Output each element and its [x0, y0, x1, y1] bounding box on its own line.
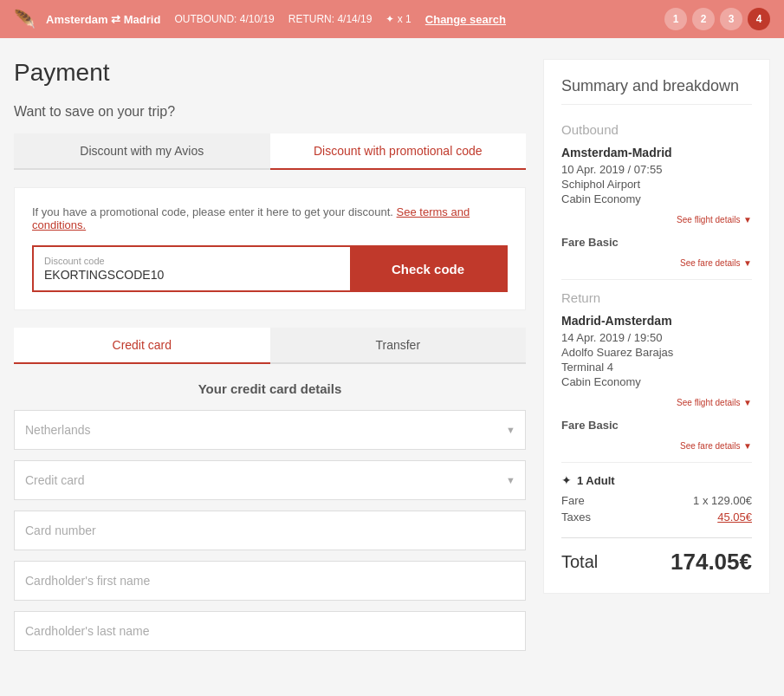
left-panel: Payment Want to save on your trip? Disco…	[14, 59, 526, 661]
total-amount: 174.05€	[671, 549, 752, 576]
return-fare-title: Fare Basic	[561, 419, 752, 432]
return-airport: Adolfo Suarez Barajas	[561, 346, 752, 359]
cardholder-last-name-input[interactable]	[14, 611, 526, 651]
promo-input-row: Discount code Check code	[32, 245, 508, 292]
passenger-count: ✦ x 1	[386, 13, 411, 25]
outbound-see-fare-details[interactable]: See fare details ▼	[561, 256, 752, 269]
outbound-flight-name: Amsterdam-Madrid	[561, 146, 752, 159]
check-code-button[interactable]: Check code	[350, 247, 506, 290]
summary-panel: Summary and breakdown Outbound Amsterdam…	[543, 59, 770, 594]
outbound-see-flight-details[interactable]: See flight details ▼	[561, 212, 752, 225]
cardholder-first-name-input[interactable]	[14, 561, 526, 601]
outbound-label: Outbound	[561, 122, 752, 137]
tab-avios[interactable]: Discount with my Avios	[14, 133, 270, 168]
right-panel: Summary and breakdown Outbound Amsterdam…	[543, 59, 770, 661]
divider-1	[561, 279, 752, 280]
taxes-label: Taxes	[561, 511, 591, 524]
step-4-active: 4	[748, 8, 770, 30]
cc-section-title: Your credit card details	[14, 381, 526, 396]
passenger-row: ✦ 1 Adult	[561, 473, 752, 487]
card-type-group: Credit card Visa Mastercard	[14, 460, 526, 500]
page-title: Payment	[14, 59, 526, 87]
tab-transfer[interactable]: Transfer	[270, 328, 527, 362]
outbound-date: OUTBOUND: 4/10/19	[174, 13, 274, 25]
step-indicator: 1 2 3 4	[664, 8, 770, 30]
return-fare-section: Fare Basic See fare details ▼	[561, 419, 752, 452]
card-type-select-wrapper: Credit card Visa Mastercard	[14, 460, 526, 500]
fare-value: 1 x 129.00€	[693, 494, 752, 507]
payment-tabs: Credit card Transfer	[14, 328, 526, 364]
return-cabin: Cabin Economy	[561, 375, 752, 388]
return-label: Return	[561, 290, 752, 305]
promo-section: If you have a promotional code, please e…	[14, 187, 526, 310]
card-number-group	[14, 511, 526, 550]
country-group: Netherlands Germany France	[14, 410, 526, 450]
discount-tabs: Discount with my Avios Discount with pro…	[14, 133, 526, 170]
outbound-date: 10 Apr. 2019 / 07:55	[561, 163, 752, 176]
discount-code-input[interactable]	[44, 268, 340, 282]
tab-credit-card[interactable]: Credit card	[14, 328, 270, 364]
return-terminal: Terminal 4	[561, 361, 752, 374]
airline-logo: 🪶	[14, 9, 36, 29]
credit-card-form: Your credit card details Netherlands Ger…	[14, 381, 526, 651]
divider-2	[561, 462, 752, 463]
step-3: 3	[720, 8, 742, 30]
outbound-airport: Schiphol Airport	[561, 178, 752, 191]
first-name-group	[14, 561, 526, 601]
total-label: Total	[561, 552, 598, 572]
country-select[interactable]: Netherlands Germany France	[14, 410, 526, 450]
outbound-fare-section: Fare Basic See fare details ▼	[561, 236, 752, 269]
card-number-input[interactable]	[14, 511, 526, 550]
outbound-cabin: Cabin Economy	[561, 192, 752, 205]
passenger-label: 1 Adult	[577, 474, 615, 487]
fare-label: Fare	[561, 494, 585, 507]
summary-title: Summary and breakdown	[561, 77, 752, 105]
top-navigation: 🪶 Amsterdam ⇄ Madrid OUTBOUND: 4/10/19 R…	[0, 0, 784, 38]
outbound-fare-title: Fare Basic	[561, 236, 752, 249]
save-subtitle: Want to save on your trip?	[14, 104, 526, 120]
taxes-value[interactable]: 45.05€	[717, 511, 752, 524]
return-date: RETURN: 4/14/19	[288, 13, 373, 25]
step-1: 1	[664, 8, 687, 30]
return-see-fare-details[interactable]: See fare details ▼	[561, 439, 752, 452]
promo-description: If you have a promotional code, please e…	[32, 205, 508, 231]
route-display: Amsterdam ⇄ Madrid	[46, 13, 160, 26]
passenger-icon: ✦	[561, 473, 572, 487]
fare-price-row: Fare 1 x 129.00€	[561, 494, 752, 507]
taxes-price-row: Taxes 45.05€	[561, 511, 752, 524]
return-flight-name: Madrid-Amsterdam	[561, 314, 752, 328]
card-type-select[interactable]: Credit card Visa Mastercard	[14, 460, 526, 500]
pricing-section: ✦ 1 Adult Fare 1 x 129.00€ Taxes 45.05€	[561, 473, 752, 524]
total-row: Total 174.05€	[561, 537, 752, 576]
last-name-group	[14, 611, 526, 651]
return-see-flight-details[interactable]: See flight details ▼	[561, 395, 752, 408]
return-date: 14 Apr. 2019 / 19:50	[561, 331, 752, 344]
discount-code-label: Discount code	[44, 256, 340, 266]
country-select-wrapper: Netherlands Germany France	[14, 410, 526, 450]
tab-promo-code[interactable]: Discount with promotional code	[270, 133, 527, 170]
main-container: Payment Want to save on your trip? Disco…	[0, 38, 784, 682]
return-section: Return Madrid-Amsterdam 14 Apr. 2019 / 1…	[561, 290, 752, 452]
step-2: 2	[692, 8, 715, 30]
change-search-link[interactable]: Change search	[425, 13, 506, 26]
outbound-section: Outbound Amsterdam-Madrid 10 Apr. 2019 /…	[561, 122, 752, 269]
promo-input-wrapper: Discount code	[34, 247, 350, 290]
